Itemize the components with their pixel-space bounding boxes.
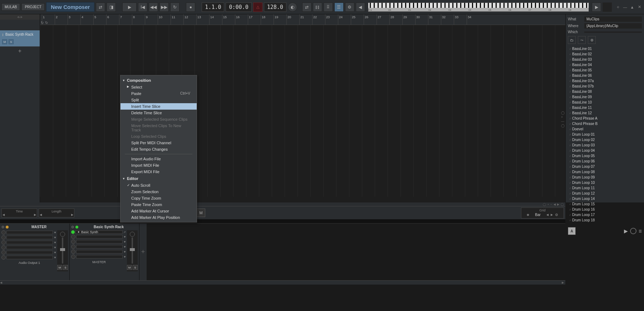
ctx-paste-zoom[interactable]: Paste Time Zoom [121, 201, 197, 208]
browser-mode-a-button[interactable]: A [568, 227, 576, 235]
grid-icon[interactable]: ⠿ [324, 2, 333, 12]
browser-file-item[interactable]: Drum Loop 15 [568, 201, 642, 207]
ctx-import-audio[interactable]: Import Audio File [121, 156, 197, 162]
browser-file-item[interactable]: Drum Loop 05 [568, 153, 642, 159]
slot-menu-icon[interactable]: ▼ [54, 231, 57, 234]
loop-start-icon[interactable]: ↻ [41, 21, 44, 25]
piano-next-icon[interactable]: ▶ [592, 2, 601, 12]
ctx-add-marker-play[interactable]: Add Marker At Play Position [121, 214, 197, 221]
browser-file-item[interactable]: BassLine 09 [568, 94, 642, 100]
browser-which-value[interactable] [584, 31, 642, 33]
synth-fader[interactable]: M S [127, 230, 138, 271]
pan-knob-icon[interactable] [130, 232, 135, 237]
browser-file-item[interactable]: BassLine 06 [568, 73, 642, 78]
mixer-scrollbar[interactable]: ◀▶ [0, 280, 565, 285]
grid-next-icon[interactable]: ▶ [551, 213, 553, 216]
ctx-delete-time-slice[interactable]: Delete Time Slice [121, 110, 197, 116]
maximize-icon[interactable]: ▲ [629, 4, 635, 10]
play-button[interactable]: ▶ [122, 2, 137, 12]
track-mute-button[interactable]: M [2, 39, 7, 44]
browser-folder-icon[interactable]: 🗀 [568, 36, 576, 44]
clip-length-box[interactable]: Length ◀▶ [39, 209, 74, 217]
grid-value[interactable]: Bar [531, 212, 544, 217]
insert-basic-synth[interactable]: ✦Basic Synth [75, 230, 123, 234]
browser-settings-icon[interactable]: ⚙ [588, 36, 596, 44]
metronome-icon[interactable]: △ [253, 2, 262, 12]
synth-solo-button[interactable]: S [133, 265, 138, 270]
insert-active-icon[interactable] [71, 230, 75, 234]
browser-file-item[interactable]: Doevel [568, 126, 642, 132]
browser-file-item[interactable]: BassLine 01 [568, 46, 642, 51]
browser-file-item[interactable]: Drum Loop 14 [568, 196, 642, 201]
ctx-edit-tempo[interactable]: Edit Tempo Changes [121, 146, 197, 152]
tool-shuffle-icon[interactable]: ⇄ [302, 2, 311, 12]
browser-where-value[interactable]: {AppLibrary}/MuClip [584, 23, 642, 29]
go-start-button[interactable]: I◀ [138, 2, 147, 12]
project-button[interactable]: PROJECT [21, 3, 45, 11]
ctx-import-midi[interactable]: Import MIDI File [121, 162, 197, 169]
ctx-copy-zoom[interactable]: Copy Time Zoom [121, 195, 197, 201]
grid-snap-icon[interactable]: ◉ [527, 213, 529, 216]
ctx-split[interactable]: Split [121, 97, 197, 103]
browser-file-item[interactable]: Drum Loop 10 [568, 180, 642, 185]
pan-knob-icon[interactable] [60, 232, 65, 237]
strip-collapse-icon[interactable]: ⊖ [71, 225, 74, 229]
track-solo-button[interactable]: S [9, 39, 14, 44]
track-tab-selector[interactable]: <-> [0, 14, 40, 20]
mixer-synth-strip[interactable]: ⊖ Basic Synth Rack ✦Basic Synth ↗ ▼ ▼ ▼ … [70, 224, 139, 280]
mixer-icon[interactable]: ⫿⫿ [313, 2, 322, 12]
master-solo-button[interactable]: S [63, 265, 68, 270]
settings-icon[interactable]: ⚙ [345, 2, 354, 12]
loop-button[interactable]: ↻ [170, 2, 180, 12]
browser-knob-icon[interactable] [630, 228, 636, 234]
browser-file-item[interactable]: Chord Phrase A [568, 116, 642, 121]
minimize-icon[interactable]: — [622, 4, 628, 10]
browser-list-icon[interactable]: ☰ [639, 229, 642, 233]
mixer-master-strip[interactable]: ⊖ MASTER ▼ ▼ ▼ ▼ ▼ ▼ Audio Output 1 M S [0, 224, 70, 280]
browser-file-item[interactable]: BassLine 12 [568, 110, 642, 116]
grid-prev-icon[interactable]: ◀ [546, 213, 549, 216]
master-output-label[interactable]: Audio Output 1 [1, 261, 57, 265]
browser-file-item[interactable]: Drum Loop 01 [568, 132, 642, 137]
list-view-icon[interactable]: ☰ [334, 2, 344, 12]
browser-what-value[interactable]: MuClips [584, 16, 642, 22]
piano-prev-icon[interactable]: ◀ [356, 2, 365, 12]
browser-file-item[interactable]: Drum Loop 03 [568, 142, 642, 148]
browser-file-item[interactable]: Drum Loop 07 [568, 164, 642, 169]
browser-file-item[interactable]: Drum Loop 09 [568, 175, 642, 180]
master-mute-button[interactable]: M [57, 265, 62, 270]
project-name[interactable]: New Composer [46, 2, 94, 12]
ctx-split-midi[interactable]: Split Per MIDI Channel [121, 140, 197, 146]
rewind-button[interactable]: ◀◀ [149, 2, 158, 12]
vertical-zoom-controls[interactable]: ◯+—◯ [561, 111, 565, 127]
browser-file-item[interactable]: Drum Loop 12 [568, 191, 642, 196]
browser-file-item[interactable]: BassLine 04 [568, 62, 642, 67]
browser-file-item[interactable]: Drum Loop 11 [568, 185, 642, 191]
send-knob[interactable] [1, 230, 6, 235]
loop-end-icon[interactable]: ↻ [45, 21, 48, 25]
master-fader[interactable]: M S [57, 230, 68, 271]
browser-file-item[interactable]: BassLine 02 [568, 51, 642, 57]
strip-collapse-icon[interactable]: ⊖ [1, 225, 4, 229]
pin-icon[interactable]: ⟡ [615, 4, 621, 10]
add-track-button[interactable]: + [0, 47, 40, 55]
shuffle-icon[interactable]: ⇄ [96, 2, 105, 12]
browser-file-item[interactable]: Chord Phrase B [568, 121, 642, 126]
browser-file-item[interactable]: BassLine 11 [568, 105, 642, 110]
browser-send-icon[interactable]: ⤳ [578, 36, 586, 44]
arrangement-view[interactable]: ↻↻ 1234567891011121314151617181920212223… [40, 14, 565, 202]
browser-file-item[interactable]: Drum Loop 17 [568, 212, 642, 217]
bar-position-display[interactable]: 1.1.0 [202, 2, 224, 12]
browser-file-item[interactable]: BassLine 03 [568, 57, 642, 62]
piano-keyboard[interactable]: C-1C0C1C2C3C4C5C6C7C8C9 [368, 2, 589, 12]
browser-play-icon[interactable]: ▶ [624, 228, 628, 234]
ctx-auto-scroll[interactable]: Auto Scroll [121, 182, 197, 189]
ctx-select[interactable]: Select [121, 84, 197, 90]
panel-toggle-icon[interactable]: ◨ [107, 2, 116, 12]
add-strip-button[interactable]: + [139, 224, 147, 280]
browser-file-item[interactable]: BassLine 07a [568, 78, 642, 84]
browser-file-item[interactable]: BassLine 08 [568, 89, 642, 94]
tempo-display[interactable]: 128.0 [264, 2, 286, 12]
browser-file-item[interactable]: Drum Loop 18 [568, 217, 642, 223]
browser-file-item[interactable]: Drum Loop 04 [568, 148, 642, 153]
